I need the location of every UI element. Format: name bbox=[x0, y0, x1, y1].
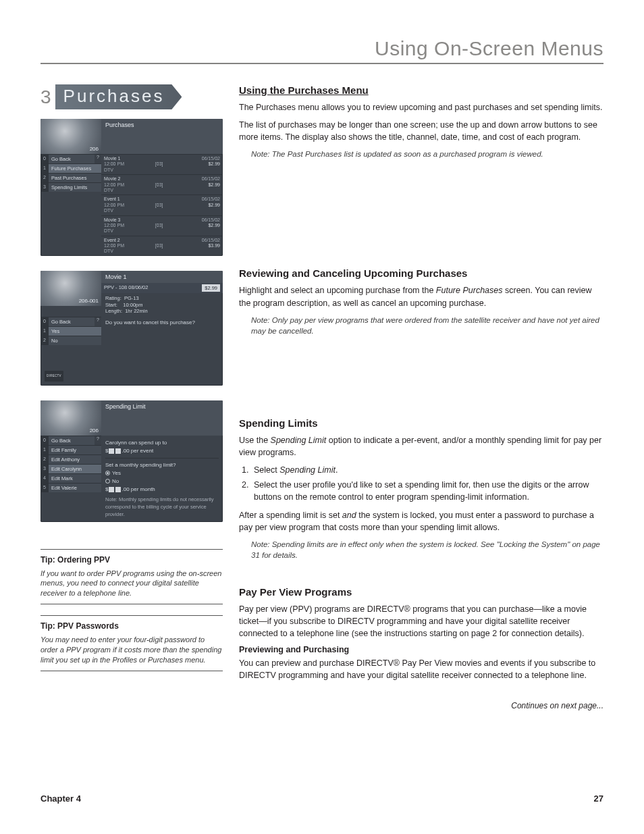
footer-page-number: 27 bbox=[594, 793, 603, 804]
menu-item: No bbox=[49, 336, 101, 345]
digit-input bbox=[109, 487, 114, 492]
menu-item: Edit Anthony bbox=[49, 455, 101, 464]
digit-input bbox=[109, 448, 114, 454]
cancel-prompt: Do you want to cancel this purchase? bbox=[101, 317, 223, 345]
body-text: The Purchases menu allows you to review … bbox=[239, 101, 603, 113]
section-number: 3 bbox=[41, 86, 51, 108]
list-item: Select Spending Limit. bbox=[251, 464, 603, 476]
tip-box: Tip: PPV Passwords You may need to enter… bbox=[41, 615, 223, 671]
section-heading: Spending Limits bbox=[239, 417, 603, 429]
radio-icon bbox=[105, 471, 110, 475]
menu-item: Edit Valerie bbox=[49, 484, 101, 492]
menu-item: Edit Mark bbox=[49, 474, 101, 483]
list-item: Movie 106/15/0212:00 PMDTV[03]$2.99 bbox=[101, 154, 223, 174]
preview-pane bbox=[41, 400, 101, 436]
menu-item: Spending Limits bbox=[49, 183, 101, 192]
page-header-title: Using On-Screen Menus bbox=[41, 37, 603, 64]
tv-menu: 0Go Back? 1Future Purchases 2Past Purcha… bbox=[41, 154, 101, 256]
menu-item: Edit Carolynn bbox=[49, 465, 101, 473]
tip-title: Tip: PPV Passwords bbox=[41, 621, 223, 631]
tip-body: If you want to order PPV programs using … bbox=[41, 569, 223, 599]
menu-item: Go Back bbox=[49, 155, 95, 163]
tip-title: Tip: Ordering PPV bbox=[41, 555, 223, 565]
list-item: Event 206/15/0212:00 PMDTV[03]$3.99 bbox=[101, 236, 223, 256]
preview-pane bbox=[41, 119, 101, 154]
menu-item: Past Purchases bbox=[49, 174, 101, 182]
list-item: Select the user profile you'd like to se… bbox=[251, 479, 603, 503]
directv-logo: DIRECTV bbox=[45, 371, 63, 382]
footer-chapter: Chapter 4 bbox=[41, 793, 81, 804]
section-label: Purchases bbox=[55, 84, 182, 109]
section-nav-banner: 3 Purchases bbox=[41, 84, 223, 109]
body-text: Highlight and select an upcoming purchas… bbox=[239, 284, 603, 309]
preview-pane bbox=[41, 271, 101, 306]
section-heading: Using the Purchases Menu bbox=[239, 84, 603, 96]
section-heading: Reviewing and Canceling Upcoming Purchas… bbox=[239, 267, 603, 279]
ordered-list: Select Spending Limit. Select the user p… bbox=[251, 464, 603, 503]
body-text: Use the Spending Limit option to indicat… bbox=[239, 434, 603, 459]
section-heading: Pay Per View Programs bbox=[239, 586, 603, 598]
note-text: Note: Only pay per view programs that we… bbox=[251, 315, 603, 336]
screenshot-cancel: Movie 1 PPV - 108 08/06/02$2.99 Rating: … bbox=[41, 271, 223, 386]
menu-item: Future Purchases bbox=[49, 164, 101, 173]
note-text: Note: The Past Purchases list is updated… bbox=[251, 149, 603, 159]
note-text: Note: Spending limits are in effect only… bbox=[251, 539, 603, 561]
radio-icon bbox=[105, 479, 110, 484]
sub-heading: Previewing and Purchasing bbox=[239, 645, 603, 654]
screenshot-spending: Spending Limit 0Go Back? 1Edit Family 2E… bbox=[41, 400, 223, 522]
menu-item: Go Back bbox=[49, 436, 95, 445]
list-item: Movie 306/15/0212:00 PMDTV[03]$2.99 bbox=[101, 215, 223, 236]
body-text: You can preview and purchase DIRECTV® Pa… bbox=[239, 657, 603, 681]
menu-item: Edit Family bbox=[49, 446, 101, 454]
menu-item: Go Back bbox=[49, 317, 95, 326]
panel-title: Movie 1 bbox=[101, 271, 223, 283]
panel-title: Purchases bbox=[101, 119, 223, 154]
screenshot-purchases: Purchases 0Go Back? 1Future Purchases 2P… bbox=[41, 119, 223, 256]
continues-note: Continues on next page... bbox=[239, 701, 603, 710]
menu-item: Yes bbox=[49, 327, 101, 336]
body-text: Pay per view (PPV) programs are DIRECTV®… bbox=[239, 603, 603, 640]
tip-box: Tip: Ordering PPV If you want to order P… bbox=[41, 549, 223, 605]
list-item: Movie 206/15/0212:00 PMDTV[03]$2.99 bbox=[101, 174, 223, 194]
body-text: The list of purchases may be longer than… bbox=[239, 119, 603, 143]
digit-input bbox=[115, 448, 121, 454]
tip-body: You may need to enter your four-digit pa… bbox=[41, 635, 223, 665]
panel-title: Spending Limit bbox=[101, 400, 223, 436]
purchase-list: Movie 106/15/0212:00 PMDTV[03]$2.99 Movi… bbox=[101, 154, 223, 256]
list-item: Event 106/15/0212:00 PMDTV[03]$2.99 bbox=[101, 194, 223, 215]
price-badge: $2.99 bbox=[202, 284, 220, 292]
digit-input bbox=[115, 487, 121, 492]
body-text: After a spending limit is set and the sy… bbox=[239, 509, 603, 533]
